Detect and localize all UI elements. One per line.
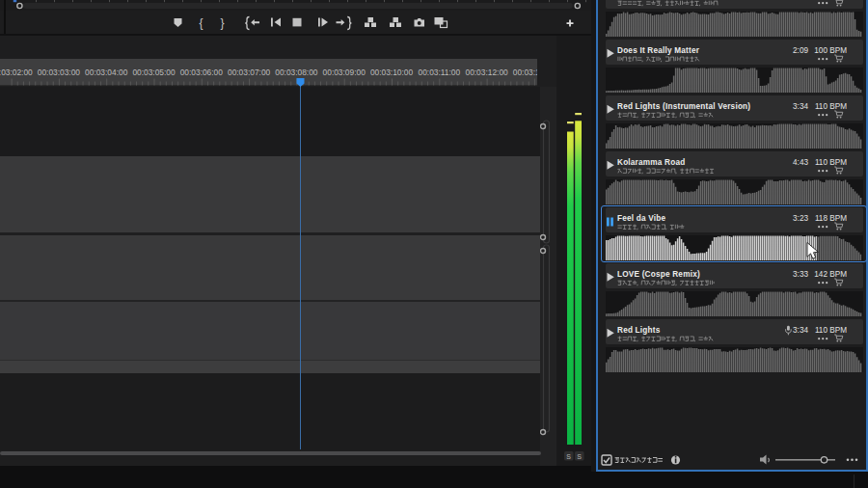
svg-text:00:03:05:00: 00:03:05:00 — [132, 68, 176, 77]
svg-text:00:03:02:00: 00:03:02:00 — [0, 68, 33, 77]
svg-text:00:03:09:00: 00:03:09:00 — [323, 68, 366, 77]
svg-text:00:03:07:00: 00:03:07:00 — [228, 68, 271, 77]
svg-text:00:03:12:00: 00:03:12:00 — [465, 68, 508, 77]
svg-text:00:03:04:00: 00:03:04:00 — [85, 68, 128, 77]
svg-text:S: S — [566, 453, 571, 460]
svg-text:00:03:10:00: 00:03:10:00 — [370, 68, 414, 77]
svg-text:S: S — [577, 453, 582, 460]
svg-text:00:03:13:00: 00:03:13:00 — [513, 68, 537, 77]
svg-text:00:03:11:00: 00:03:11:00 — [418, 68, 460, 77]
svg-text:00:03:03:00: 00:03:03:00 — [38, 68, 81, 77]
svg-text:00:03:08:00: 00:03:08:00 — [275, 68, 318, 77]
svg-text:00:03:06:00: 00:03:06:00 — [180, 68, 224, 77]
